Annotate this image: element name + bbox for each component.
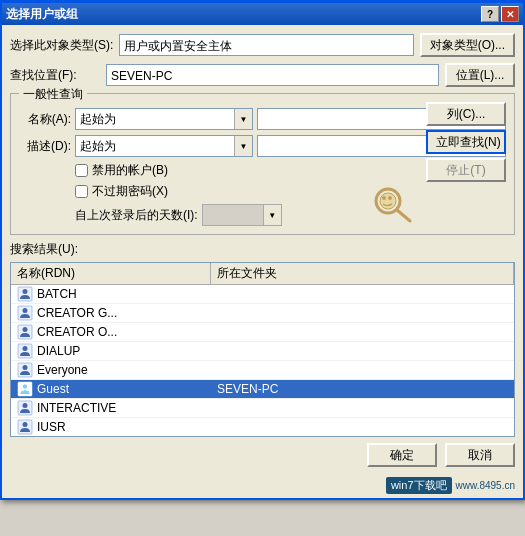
table-row[interactable]: CREATOR G... xyxy=(11,304,514,323)
svg-point-12 xyxy=(23,346,28,351)
object-type-label: 选择此对象类型(S): xyxy=(10,37,113,54)
svg-point-18 xyxy=(23,403,28,408)
location-row: 查找位置(F): SEVEN-PC 位置(L)... xyxy=(10,63,515,87)
desc-combo-input[interactable] xyxy=(76,136,234,156)
table-row[interactable]: CREATOR O... xyxy=(11,323,514,342)
disabled-accounts-label: 禁用的帐户(B) xyxy=(92,162,168,179)
search-illustration xyxy=(372,185,414,226)
days-row: 自上次登录后的天数(I): ▼ xyxy=(75,204,506,226)
object-type-value: 用户或内置安全主体 xyxy=(119,34,413,56)
cell-name: CREATOR O... xyxy=(11,323,211,341)
results-table[interactable]: 名称(RDN) 所在文件夹 BATCH xyxy=(10,262,515,437)
header-folder: 所在文件夹 xyxy=(211,263,514,284)
close-button[interactable]: ✕ xyxy=(501,6,519,22)
no-expire-password-label: 不过期密码(X) xyxy=(92,183,168,200)
row-name-text: CREATOR O... xyxy=(37,325,117,339)
no-expire-password-row: 不过期密码(X) xyxy=(75,183,506,200)
cell-folder xyxy=(211,407,514,409)
table-row[interactable]: IUSR xyxy=(11,418,514,437)
name-combo-input[interactable] xyxy=(76,109,234,129)
location-value: SEVEN-PC xyxy=(106,64,439,86)
object-type-row: 选择此对象类型(S): 用户或内置安全主体 对象类型(O)... xyxy=(10,33,515,57)
cell-name: INTERACTIVE xyxy=(11,399,211,417)
user-icon xyxy=(17,400,33,416)
desc-combo-arrow[interactable]: ▼ xyxy=(234,136,252,156)
row-name-text: DIALUP xyxy=(37,344,80,358)
search-now-button[interactable]: 立即查找(N) xyxy=(426,130,506,154)
disabled-accounts-checkbox[interactable] xyxy=(75,164,88,177)
row-name-text: IUSR xyxy=(37,420,66,434)
svg-line-2 xyxy=(397,210,410,221)
user-icon xyxy=(17,286,33,302)
days-input[interactable] xyxy=(203,205,263,225)
title-bar-buttons: ? ✕ xyxy=(481,6,519,22)
cell-name: Guest xyxy=(11,380,211,398)
days-combo-arrow[interactable]: ▼ xyxy=(263,205,281,225)
svg-point-14 xyxy=(23,365,28,370)
cell-folder xyxy=(211,369,514,371)
days-combo[interactable]: ▼ xyxy=(202,204,282,226)
svg-point-16 xyxy=(23,384,28,389)
cell-folder: SEVEN-PC xyxy=(211,381,514,397)
location-button[interactable]: 位置(L)... xyxy=(445,63,515,87)
name-label: 名称(A): xyxy=(19,111,71,128)
header-name: 名称(RDN) xyxy=(11,263,211,284)
help-button[interactable]: ? xyxy=(481,6,499,22)
table-row[interactable]: BATCH xyxy=(11,285,514,304)
table-row[interactable]: Guest SEVEN-PC xyxy=(11,380,514,399)
days-label: 自上次登录后的天数(I): xyxy=(75,207,198,224)
table-row[interactable]: INTERACTIVE xyxy=(11,399,514,418)
row-name-text: BATCH xyxy=(37,287,77,301)
row-folder-text: SEVEN-PC xyxy=(217,382,278,396)
location-label: 查找位置(F): xyxy=(10,67,100,84)
main-window: 选择用户或组 ? ✕ 选择此对象类型(S): 用户或内置安全主体 对象类型(O)… xyxy=(0,0,525,500)
ok-button[interactable]: 确定 xyxy=(367,443,437,467)
table-header: 名称(RDN) 所在文件夹 xyxy=(11,263,514,285)
desc-combo[interactable]: ▼ xyxy=(75,135,253,157)
row-name-text: CREATOR G... xyxy=(37,306,117,320)
table-row[interactable]: Everyone xyxy=(11,361,514,380)
window-title: 选择用户或组 xyxy=(6,6,78,23)
name-combo[interactable]: ▼ xyxy=(75,108,253,130)
cell-folder xyxy=(211,331,514,333)
cell-name: IUSR xyxy=(11,418,211,436)
cancel-button[interactable]: 取消 xyxy=(445,443,515,467)
cell-folder xyxy=(211,426,514,428)
object-type-button[interactable]: 对象类型(O)... xyxy=(420,33,515,57)
search-icon xyxy=(372,185,414,223)
row-name-text: INTERACTIVE xyxy=(37,401,116,415)
user-icon xyxy=(17,381,33,397)
table-row[interactable]: DIALUP xyxy=(11,342,514,361)
general-query-section: 一般性查询 名称(A): ▼ 描述(D): ▼ xyxy=(10,93,515,235)
row-name-text: Everyone xyxy=(37,363,88,377)
row-name-text: Guest xyxy=(37,382,69,396)
svg-point-10 xyxy=(23,327,28,332)
list-columns-button[interactable]: 列(C)... xyxy=(426,102,506,126)
bottom-buttons: 确定 取消 xyxy=(10,443,515,467)
user-icon xyxy=(17,362,33,378)
stop-button[interactable]: 停止(T) xyxy=(426,158,506,182)
svg-point-8 xyxy=(23,308,28,313)
results-area: 搜索结果(U): 名称(RDN) 所在文件夹 BATCH xyxy=(10,241,515,437)
dialog-content: 选择此对象类型(S): 用户或内置安全主体 对象类型(O)... 查找位置(F)… xyxy=(2,25,523,475)
title-bar-left: 选择用户或组 xyxy=(6,6,78,23)
desc-label: 描述(D): xyxy=(19,138,71,155)
watermark-url: www.8495.cn xyxy=(456,480,515,491)
user-icon xyxy=(17,343,33,359)
name-combo-arrow[interactable]: ▼ xyxy=(234,109,252,129)
svg-point-20 xyxy=(23,422,28,427)
no-expire-password-checkbox[interactable] xyxy=(75,185,88,198)
cell-folder xyxy=(211,350,514,352)
svg-point-3 xyxy=(382,196,386,200)
watermark: win7下载吧 www.8495.cn xyxy=(2,475,523,498)
watermark-logo: win7下载吧 xyxy=(386,477,452,494)
right-buttons: 列(C)... 立即查找(N) 停止(T) xyxy=(426,102,506,182)
svg-point-4 xyxy=(388,196,392,200)
table-body: BATCH CREATOR G... CREATOR O.. xyxy=(11,285,514,437)
user-icon xyxy=(17,419,33,435)
results-label: 搜索结果(U): xyxy=(10,241,515,258)
cell-name: Everyone xyxy=(11,361,211,379)
cell-folder xyxy=(211,312,514,314)
user-icon xyxy=(17,305,33,321)
section-title: 一般性查询 xyxy=(19,86,87,103)
